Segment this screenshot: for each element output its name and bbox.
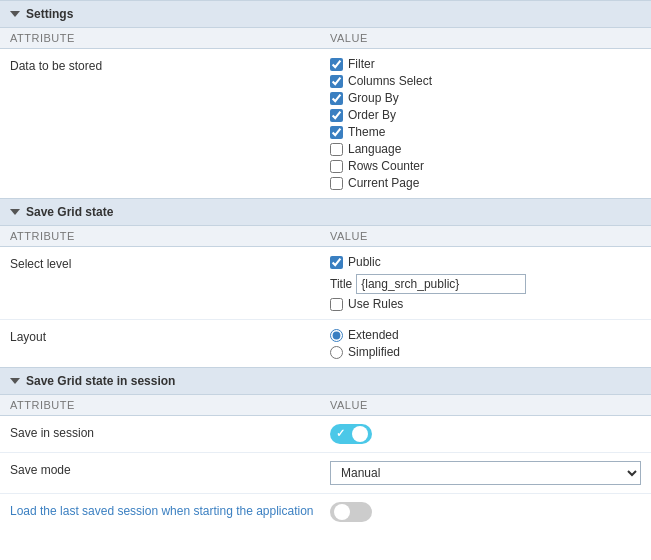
filter-checkbox[interactable]: [330, 58, 343, 71]
value-col-header: VALUE: [330, 32, 641, 44]
load-last-saved-text: Load the last saved session when startin…: [10, 504, 314, 518]
current-page-label: Current Page: [348, 176, 419, 190]
attribute-col-header-3: ATTRIBUTE: [10, 399, 330, 411]
rows-counter-label: Rows Counter: [348, 159, 424, 173]
filter-label: Filter: [348, 57, 375, 71]
load-last-saved-row: Load the last saved session when startin…: [0, 494, 651, 530]
save-in-session-row: Save in session ✓: [0, 416, 651, 453]
language-checkbox[interactable]: [330, 143, 343, 156]
toggle-slider-on: ✓: [330, 424, 372, 444]
title-label: Title: [330, 277, 352, 291]
language-checkbox-item[interactable]: Language: [330, 142, 641, 156]
load-last-saved-toggle[interactable]: [330, 502, 372, 522]
layout-radios: Extended Simplified: [330, 328, 641, 359]
section-save-grid-session-header: Save Grid state in session: [0, 367, 651, 395]
load-last-saved-label: Load the last saved session when startin…: [10, 502, 330, 518]
save-in-session-toggle[interactable]: ✓: [330, 424, 372, 444]
extended-radio[interactable]: [330, 329, 343, 342]
extended-radio-item[interactable]: Extended: [330, 328, 641, 342]
simplified-radio-item[interactable]: Simplified: [330, 345, 641, 359]
group-by-checkbox[interactable]: [330, 92, 343, 105]
group-by-label: Group By: [348, 91, 399, 105]
settings-col-headers: ATTRIBUTE VALUE: [0, 28, 651, 49]
use-rules-checkbox[interactable]: [330, 298, 343, 311]
filter-checkbox-item[interactable]: Filter: [330, 57, 641, 71]
toggle-slider-off: [330, 502, 372, 522]
data-to-be-stored-label: Data to be stored: [10, 57, 330, 73]
order-by-checkbox-item[interactable]: Order By: [330, 108, 641, 122]
theme-checkbox-item[interactable]: Theme: [330, 125, 641, 139]
simplified-radio[interactable]: [330, 346, 343, 359]
layout-label: Layout: [10, 328, 330, 344]
layout-row: Layout Extended Simplified: [0, 320, 651, 367]
save-in-session-value: ✓: [330, 424, 641, 444]
collapse-icon-2[interactable]: [10, 209, 20, 215]
order-by-label: Order By: [348, 108, 396, 122]
extended-label: Extended: [348, 328, 399, 342]
session-col-headers: ATTRIBUTE VALUE: [0, 395, 651, 416]
current-page-checkbox[interactable]: [330, 177, 343, 190]
use-rules-checkbox-item[interactable]: Use Rules: [330, 297, 641, 311]
section-settings-header: Settings: [0, 0, 651, 28]
section-save-grid-session: Save Grid state in session ATTRIBUTE VAL…: [0, 367, 651, 530]
data-to-be-stored-checkboxes: Filter Columns Select Group By Order By: [330, 57, 641, 190]
select-level-label: Select level: [10, 255, 330, 271]
theme-label: Theme: [348, 125, 385, 139]
save-mode-label: Save mode: [10, 461, 330, 477]
select-level-row: Select level Public Title Use Rules: [0, 247, 651, 320]
section-save-grid-state: Save Grid state ATTRIBUTE VALUE Select l…: [0, 198, 651, 367]
settings-panel: Settings ATTRIBUTE VALUE Data to be stor…: [0, 0, 651, 530]
data-to-be-stored-row: Data to be stored Filter Columns Select …: [0, 49, 651, 198]
group-by-checkbox-item[interactable]: Group By: [330, 91, 641, 105]
title-row: Title: [330, 274, 641, 294]
section-settings-title: Settings: [26, 7, 73, 21]
save-mode-value: Manual Auto: [330, 461, 641, 485]
collapse-icon-3[interactable]: [10, 378, 20, 384]
simplified-label: Simplified: [348, 345, 400, 359]
columns-select-label: Columns Select: [348, 74, 432, 88]
section-save-grid-session-title: Save Grid state in session: [26, 374, 175, 388]
collapse-icon[interactable]: [10, 11, 20, 17]
load-last-saved-value: [330, 502, 641, 522]
save-in-session-label: Save in session: [10, 424, 330, 440]
columns-select-checkbox[interactable]: [330, 75, 343, 88]
select-level-value: Public Title Use Rules: [330, 255, 641, 311]
section-save-grid-state-header: Save Grid state: [0, 198, 651, 226]
public-checkbox[interactable]: [330, 256, 343, 269]
language-label: Language: [348, 142, 401, 156]
attribute-col-header: ATTRIBUTE: [10, 32, 330, 44]
columns-select-checkbox-item[interactable]: Columns Select: [330, 74, 641, 88]
save-grid-col-headers: ATTRIBUTE VALUE: [0, 226, 651, 247]
attribute-col-header-2: ATTRIBUTE: [10, 230, 330, 242]
value-col-header-3: VALUE: [330, 399, 641, 411]
theme-checkbox[interactable]: [330, 126, 343, 139]
value-col-header-2: VALUE: [330, 230, 641, 242]
rows-counter-checkbox-item[interactable]: Rows Counter: [330, 159, 641, 173]
use-rules-label: Use Rules: [348, 297, 403, 311]
save-mode-row: Save mode Manual Auto: [0, 453, 651, 494]
public-label: Public: [348, 255, 381, 269]
section-save-grid-state-title: Save Grid state: [26, 205, 113, 219]
current-page-checkbox-item[interactable]: Current Page: [330, 176, 641, 190]
section-settings: Settings ATTRIBUTE VALUE Data to be stor…: [0, 0, 651, 198]
rows-counter-checkbox[interactable]: [330, 160, 343, 173]
public-checkbox-item[interactable]: Public: [330, 255, 641, 269]
order-by-checkbox[interactable]: [330, 109, 343, 122]
title-input[interactable]: [356, 274, 526, 294]
checkmark-icon: ✓: [336, 427, 345, 440]
save-mode-select[interactable]: Manual Auto: [330, 461, 641, 485]
